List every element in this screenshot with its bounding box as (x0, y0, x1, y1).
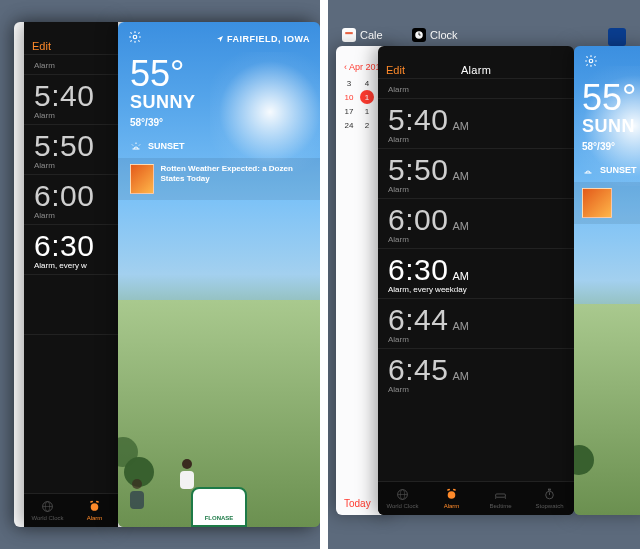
alarm-label: Alarm (388, 335, 564, 344)
alarm-icon (445, 488, 458, 501)
alarm-label: Alarm (388, 235, 564, 244)
alarm-row[interactable]: 6:44AM Alarm (378, 298, 574, 348)
svg-rect-4 (90, 501, 93, 503)
alarm-row[interactable]: 5:40AM Alarm (378, 98, 574, 148)
stopwatch-icon (543, 488, 556, 501)
alarm-row[interactable]: 6:45AM Alarm (378, 348, 574, 398)
alarm-label: Alarm (34, 161, 108, 170)
clock-app-card[interactable]: Edit Alarm 5:40 Alarm 5:50 Alarm 6:00 Al… (24, 22, 118, 527)
world-icon (396, 488, 409, 501)
svg-rect-21 (548, 489, 550, 490)
alarm-row[interactable]: 5:50 Alarm (24, 124, 118, 174)
sunset-row[interactable]: SUNSET (574, 158, 640, 182)
bedtime-icon (494, 488, 507, 501)
edit-button[interactable]: Edit (386, 64, 405, 76)
clock-tabbar: World Clock Alarm (24, 493, 118, 527)
hero-image (574, 304, 640, 515)
alarm-row[interactable]: 6:00AM Alarm (378, 198, 574, 248)
alarm-label: Alarm, every weekday (388, 285, 564, 294)
temperature: 55° (582, 80, 640, 116)
alarm-label: Alarm (34, 111, 108, 120)
tab-bedtime[interactable]: Bedtime (476, 482, 525, 515)
alarm-label: Alarm (388, 385, 564, 394)
gear-icon (128, 30, 142, 44)
alarm-row[interactable]: 5:50AM Alarm (378, 148, 574, 198)
high-low: 58°/39° (582, 141, 640, 152)
tab-alarm[interactable]: Alarm (427, 482, 476, 515)
news-card[interactable] (574, 182, 640, 224)
tab-stopwatch[interactable]: Stopwatch (525, 482, 574, 515)
sunset-icon (130, 140, 142, 152)
alarm-row[interactable]: 6:30AM Alarm, every weekday (378, 248, 574, 298)
today-button[interactable]: Today (344, 498, 371, 509)
alarm-label: Alarm, every w (34, 261, 108, 270)
alarm-label: Alarm (34, 211, 108, 220)
alarm-row[interactable]: Alarm (24, 54, 118, 74)
tab-alarm[interactable]: Alarm (71, 494, 118, 527)
settings-button[interactable] (128, 30, 142, 48)
svg-rect-5 (96, 501, 99, 503)
condition: SUNN (582, 116, 640, 137)
alarm-header: Alarm (461, 64, 491, 76)
news-thumb (130, 164, 154, 194)
alarm-label: Alarm (388, 135, 564, 144)
svg-point-3 (91, 503, 99, 511)
alarm-row[interactable]: 5:40 Alarm (24, 74, 118, 124)
svg-point-6 (133, 35, 137, 39)
news-headline: Rotten Weather Expected: a Dozen States … (160, 164, 308, 184)
gear-icon (584, 54, 598, 68)
weather-app-card[interactable]: 55° SUNN 58°/39° SUNSET (574, 46, 640, 515)
alarm-row[interactable]: 6:30 Alarm, every w (24, 224, 118, 274)
svg-rect-16 (447, 489, 450, 491)
temperature: 55° (130, 56, 308, 92)
clock-tabbar: World Clock Alarm Bedtime Stopwatch (378, 481, 574, 515)
clock-app-card[interactable]: Edit Alarm Alarm 5:40AM Alarm 5:50AM Ala… (378, 46, 574, 515)
news-thumb (582, 188, 612, 218)
location-button[interactable]: FAIRFIELD, IOWA (216, 34, 310, 44)
svg-rect-18 (496, 494, 506, 497)
alarm-icon (88, 500, 101, 513)
weather-app-card[interactable]: FAIRFIELD, IOWA 55° SUNNY 58°/39° SUNSET… (118, 22, 320, 527)
alarm-label: Alarm (388, 85, 564, 94)
settings-button[interactable] (584, 54, 598, 72)
hero-image: FLONASE (118, 300, 320, 527)
location-icon (216, 35, 224, 43)
svg-point-15 (448, 491, 456, 499)
alarm-label: Alarm (388, 185, 564, 194)
sunset-row[interactable]: SUNSET (118, 134, 320, 158)
alarm-row[interactable]: Alarm (378, 78, 574, 98)
svg-point-22 (589, 59, 593, 63)
alarm-label: Alarm (34, 61, 108, 70)
tab-world-clock[interactable]: World Clock (378, 482, 427, 515)
news-card[interactable]: Rotten Weather Expected: a Dozen States … (118, 158, 320, 200)
condition: SUNNY (130, 92, 308, 113)
alarm-row[interactable] (24, 274, 118, 334)
sunset-icon (582, 164, 594, 176)
tab-world-clock[interactable]: World Clock (24, 494, 71, 527)
svg-rect-17 (453, 489, 456, 491)
alarm-row[interactable] (24, 334, 118, 394)
high-low: 58°/39° (130, 117, 308, 128)
alarm-row[interactable]: 6:00 Alarm (24, 174, 118, 224)
ad-flonase[interactable]: FLONASE (191, 487, 247, 527)
edit-button[interactable]: Edit (32, 40, 51, 52)
